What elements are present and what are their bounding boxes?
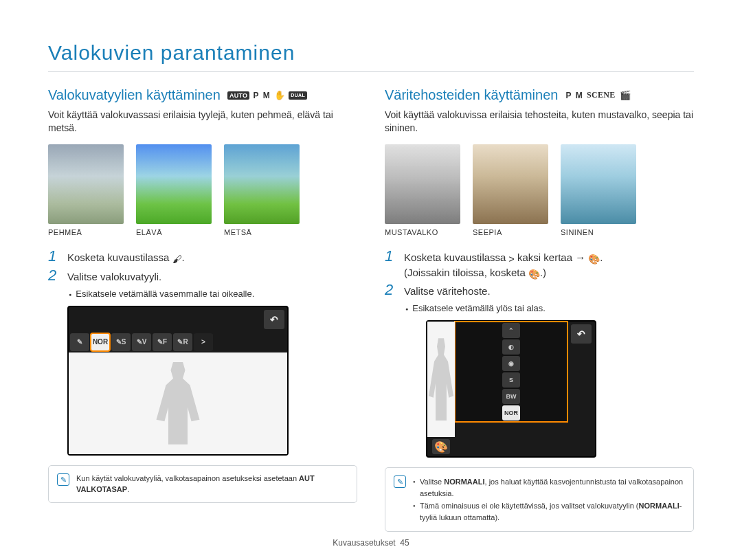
thumb-blue-label: SININEN bbox=[561, 228, 636, 236]
r-step1-c: (Joissakin tiloissa, kosketa bbox=[404, 267, 526, 278]
back-button-2[interactable]: ↶ bbox=[571, 324, 592, 344]
right-step-1: 1 Kosketa kuvaustilassa > kaksi kertaa →… bbox=[385, 247, 694, 280]
left-note-text: Kun käytät valokuvatyyliä, valkotasapain… bbox=[76, 473, 348, 495]
thumb-forest: METSÄ bbox=[224, 144, 300, 236]
screen-toolbar: ↶ bbox=[69, 307, 287, 332]
style-option-0[interactable]: ✎ bbox=[70, 333, 89, 351]
right-step-1-text: Kosketa kuvaustilassa > kaksi kertaa → 🎨… bbox=[404, 250, 603, 280]
style-option-f[interactable]: ✎F bbox=[153, 333, 172, 351]
step-number-2b: 2 bbox=[385, 281, 397, 299]
style-option-nor[interactable]: NOR bbox=[91, 333, 110, 351]
right-steps: 1 Kosketa kuvaustilassa > kaksi kertaa →… bbox=[385, 247, 694, 314]
effect-option-2[interactable]: S bbox=[502, 372, 520, 388]
note-icon-2: ✎ bbox=[394, 475, 406, 488]
rn2b: NORMAALI bbox=[639, 502, 679, 510]
rn2a: Tämä ominaisuus ei ole käytettävissä, jo… bbox=[420, 502, 639, 510]
effect-option-3[interactable]: BW bbox=[502, 389, 520, 404]
r-step1-d: .) bbox=[540, 267, 546, 278]
right-note-list: Valitse NORMAALI, jos haluat käyttää kas… bbox=[413, 475, 685, 524]
page-title: Valokuvien parantaminen bbox=[48, 41, 694, 72]
right-step-2-text: Valitse väritehoste. bbox=[404, 284, 491, 299]
two-column-layout: Valokuvatyylien käyttäminen AUTO P M ✋ D… bbox=[48, 87, 694, 532]
right-column: Väritehosteiden käyttäminen P M SCENE 🎬 … bbox=[385, 87, 694, 532]
left-note-a: Kun käytät valokuvatyyliä, valkotasapain… bbox=[76, 474, 299, 482]
thumb-sepia-image bbox=[473, 144, 548, 224]
effect-option-nor[interactable]: NOR bbox=[502, 405, 520, 421]
right-note-item-1: Valitse NORMAALI, jos haluat käyttää kas… bbox=[413, 476, 685, 499]
left-mode-badges: AUTO P M ✋ DUAL bbox=[227, 91, 307, 100]
right-screen-side: ↶ bbox=[567, 322, 595, 422]
v-scroll-up[interactable]: ⌃ bbox=[502, 323, 520, 338]
right-title-text: Väritehosteiden käyttäminen bbox=[385, 87, 558, 103]
style-film-strip: ✎ NOR ✎S ✎V ✎F ✎R > bbox=[69, 332, 287, 352]
right-step-2: 2 Valitse väritehoste. bbox=[385, 281, 694, 299]
step-number-1b: 1 bbox=[385, 247, 397, 265]
thumb-soft-label: PEHMEÄ bbox=[48, 228, 124, 236]
thumb-soft: PEHMEÄ bbox=[48, 144, 124, 236]
style-option-s[interactable]: ✎S bbox=[111, 333, 131, 351]
person-silhouette-2 bbox=[427, 338, 455, 421]
left-camera-screen: ↶ ✎ NOR ✎S ✎V ✎F ✎R > bbox=[67, 306, 289, 456]
brush-icon: 🖌 bbox=[172, 254, 182, 264]
right-note-box: ✎ Valitse NORMAALI, jos haluat käyttää k… bbox=[385, 467, 694, 532]
right-thumbnails: MUSTAVALKO SEEPIA SININEN bbox=[385, 144, 694, 236]
footer-section: Kuvausasetukset bbox=[333, 538, 395, 548]
chevron-right-icon: > bbox=[509, 254, 515, 264]
right-camera-screen: ⌃ ◐ ◉ S BW NOR ↶ 🎨 bbox=[426, 320, 596, 458]
left-intro-text: Voit käyttää valokuvassasi erilaisia tyy… bbox=[48, 109, 357, 135]
left-step-1-label: Kosketa kuvaustilassa bbox=[67, 251, 169, 263]
thumb-sepia: SEEPIA bbox=[473, 144, 548, 236]
back-button[interactable]: ↶ bbox=[264, 310, 284, 329]
step-number-2: 2 bbox=[48, 267, 60, 284]
style-option-r[interactable]: ✎R bbox=[173, 333, 192, 351]
style-option-v[interactable]: ✎V bbox=[132, 333, 151, 351]
left-title-text: Valokuvatyylien käyttäminen bbox=[48, 87, 221, 103]
effect-vertical-strip: ⌃ ◐ ◉ S BW NOR bbox=[455, 322, 567, 422]
palette-icon-button[interactable]: 🎨 bbox=[432, 439, 450, 454]
footer-page-number: 45 bbox=[400, 538, 409, 548]
thumb-forest-label: METSÄ bbox=[224, 228, 300, 236]
left-step-1: 1 Kosketa kuvaustilassa 🖌. bbox=[48, 247, 357, 265]
effect-option-1[interactable]: ◉ bbox=[502, 356, 520, 371]
right-section-title: Väritehosteiden käyttäminen P M SCENE 🎬 bbox=[385, 87, 694, 103]
mode-scene-badge: SCENE bbox=[586, 91, 616, 100]
left-note-c: . bbox=[127, 485, 129, 493]
left-note-box: ✎ Kun käytät valokuvatyyliä, valkotasapa… bbox=[48, 465, 357, 503]
right-intro-text: Voit käyttää valokuvissa erilaisia tehos… bbox=[385, 109, 694, 135]
arrow-right-icon: → bbox=[575, 251, 585, 263]
mode-m-badge-2: M bbox=[575, 91, 583, 100]
mode-dual-badge: DUAL bbox=[289, 91, 307, 100]
left-step-1-text: Kosketa kuvaustilassa 🖌. bbox=[67, 250, 185, 265]
r-step1-b: kaksi kertaa bbox=[517, 251, 572, 263]
thumb-forest-image bbox=[224, 144, 300, 224]
thumb-vivid-label: ELÄVÄ bbox=[136, 228, 212, 236]
film-strip-next[interactable]: > bbox=[194, 333, 213, 351]
left-section-title: Valokuvatyylien käyttäminen AUTO P M ✋ D… bbox=[48, 87, 357, 103]
mode-p-badge-2: P bbox=[565, 91, 572, 100]
thumb-blue: SININEN bbox=[561, 144, 636, 236]
thumb-vivid: ELÄVÄ bbox=[136, 144, 212, 236]
thumb-soft-image bbox=[48, 144, 124, 224]
manual-page: Valokuvien parantaminen Valokuvatyylien … bbox=[0, 0, 742, 560]
hand-icon: ✋ bbox=[273, 91, 286, 100]
left-column: Valokuvatyylien käyttäminen AUTO P M ✋ D… bbox=[48, 87, 357, 532]
effect-option-0[interactable]: ◐ bbox=[502, 339, 520, 355]
step-number-1: 1 bbox=[48, 247, 60, 265]
left-screen-preview[interactable] bbox=[69, 352, 287, 454]
left-steps: 1 Kosketa kuvaustilassa 🖌. 2 Valitse val… bbox=[48, 247, 357, 299]
palette-row: 🎨 bbox=[427, 437, 455, 456]
palette-icon-2: 🎨 bbox=[528, 269, 540, 279]
thumb-bw: MUSTAVALKO bbox=[385, 144, 460, 236]
thumb-vivid-image bbox=[136, 144, 212, 224]
note-icon: ✎ bbox=[57, 473, 69, 486]
right-screen-preview[interactable] bbox=[427, 322, 455, 437]
left-thumbnails: PEHMEÄ ELÄVÄ METSÄ bbox=[48, 144, 357, 236]
left-step-2-bullet: Esikatsele vetämällä vasemmalle tai oike… bbox=[69, 289, 357, 299]
person-silhouette bbox=[154, 362, 202, 445]
mode-p-badge: P bbox=[252, 91, 259, 100]
left-step-2: 2 Valitse valokuvatyyli. bbox=[48, 267, 357, 284]
palette-icon: 🎨 bbox=[588, 254, 600, 264]
rn1a: Valitse bbox=[420, 478, 444, 486]
right-step-2-bullet: Esikatsele vetämällä ylös tai alas. bbox=[405, 303, 694, 313]
thumb-blue-image bbox=[561, 144, 636, 224]
